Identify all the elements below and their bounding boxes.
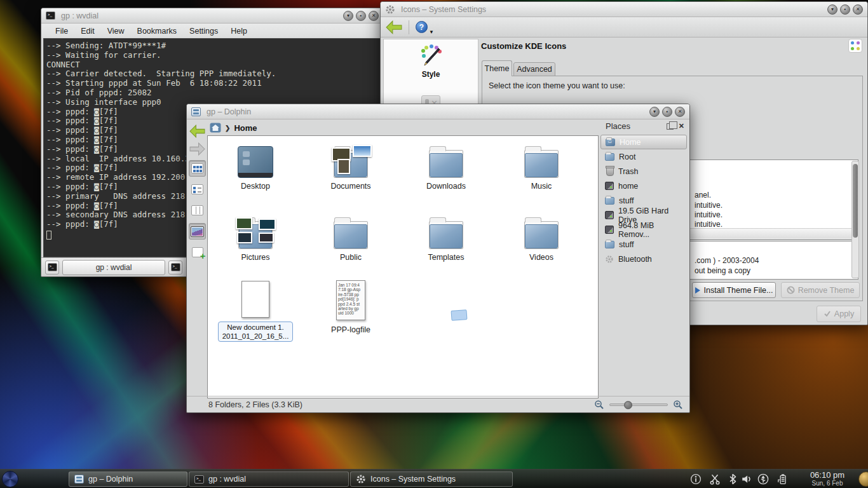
terminal-line: --> Sending: ATDT*99***1# (46, 41, 378, 51)
logfile-preview-line: pd[1946]: p (338, 297, 363, 301)
details-view-button[interactable] (189, 181, 206, 198)
folder-icon (429, 221, 463, 249)
columns-view-button[interactable] (189, 202, 206, 219)
notifications-icon[interactable] (690, 473, 702, 485)
clipboard-scissors-icon[interactable] (709, 473, 721, 485)
folder-item-documents[interactable]: Documents (306, 140, 395, 191)
file-item-new-document[interactable]: New document 1. 2011_01_20_16_5... (211, 277, 300, 342)
battery-icon[interactable] (776, 473, 788, 485)
place-item-home[interactable]: Home (600, 135, 687, 149)
folder-item-videos[interactable]: Videos (497, 211, 586, 262)
apply-button[interactable]: Apply (817, 306, 861, 322)
place-item-bluetooth[interactable]: Bluetooth (600, 252, 687, 266)
bluetooth-icon[interactable] (727, 473, 738, 485)
breadcrumb-home[interactable]: Home (234, 123, 257, 133)
maximize-button[interactable] (662, 107, 672, 117)
dolphin-statusbar: 8 Folders, 2 Files (3.3 KiB) (187, 396, 689, 412)
menu-settings[interactable]: Settings (183, 25, 224, 37)
close-panel-icon[interactable]: ✕ (679, 122, 684, 130)
task-label: Icons – System Settings (370, 475, 456, 484)
settings-titlebar[interactable]: Icons – System Settings (381, 2, 867, 17)
gear-icon (356, 474, 366, 484)
folder-label: Public (306, 253, 395, 262)
task-system-settings[interactable]: Icons – System Settings (350, 471, 513, 487)
place-item-removable[interactable]: 964.8 MiB Remov... (600, 222, 687, 237)
zoom-in-icon[interactable] (673, 400, 683, 410)
place-item-home-partition[interactable]: home (600, 179, 687, 193)
sidebar-item-style[interactable]: Style (384, 44, 478, 79)
no-entry-icon (787, 286, 795, 294)
back-button[interactable] (189, 125, 205, 138)
home-icon[interactable] (210, 123, 221, 133)
clock[interactable]: 06:10 pm Sun, 6 Feb (799, 470, 855, 487)
volume-icon[interactable] (741, 473, 752, 485)
terminal-titlebar[interactable]: gp : wvdial (41, 8, 383, 24)
help-icon[interactable] (416, 21, 428, 33)
close-button[interactable] (675, 107, 685, 117)
maximize-button[interactable] (356, 11, 366, 21)
task-dolphin[interactable]: gp – Dolphin (69, 471, 187, 487)
folder-item-music[interactable]: Music (497, 140, 586, 191)
menu-bookmarks[interactable]: Bookmarks (131, 25, 184, 37)
scrollbar-thumb[interactable] (853, 164, 858, 238)
new-tab-button[interactable] (45, 261, 59, 274)
panel-toolbox-icon[interactable] (858, 471, 868, 487)
minimize-button[interactable] (827, 4, 837, 15)
style-palette-icon (418, 44, 444, 67)
folder-item-desktop[interactable]: Desktop (211, 140, 300, 191)
terminal-tab[interactable]: gp : wvdial (62, 260, 165, 275)
minimize-button[interactable] (343, 11, 353, 21)
theme-list-fragment: intuitive. (695, 210, 722, 219)
zoom-slider[interactable] (609, 403, 668, 406)
theme-list-scrollbar[interactable] (851, 161, 859, 278)
terminal-line: CONNECT (46, 60, 378, 70)
menu-help[interactable]: Help (224, 25, 254, 37)
close-tab-button[interactable] (168, 261, 182, 274)
tab-advanced[interactable]: Advanced (513, 62, 555, 76)
app-launcher-icon[interactable] (2, 471, 18, 487)
zoom-out-icon[interactable] (594, 400, 604, 410)
minimize-button[interactable] (649, 107, 660, 117)
back-button[interactable] (386, 20, 402, 34)
close-button[interactable] (369, 11, 379, 21)
task-terminal[interactable]: gp : wvdial (189, 471, 349, 487)
chevron-down-icon[interactable]: ▼ (429, 29, 434, 35)
place-label: Bluetooth (618, 255, 652, 264)
folder-item-pictures[interactable]: Pictures (211, 211, 300, 262)
menu-edit[interactable]: Edit (74, 25, 101, 37)
place-label: Trash (618, 167, 639, 176)
detach-panel-icon[interactable] (667, 123, 674, 130)
device-notifier-icon[interactable] (757, 473, 769, 485)
file-label-line: New document 1. (219, 323, 292, 332)
dolphin-titlebar[interactable]: gp – Dolphin (187, 104, 689, 119)
split-view-button[interactable] (189, 244, 206, 261)
close-button[interactable] (853, 4, 863, 15)
maximize-button[interactable] (840, 4, 850, 15)
terminal-line: --> Pid of pppd: 25082 (46, 88, 378, 98)
folder-item-downloads[interactable]: Downloads (402, 140, 491, 191)
menu-file[interactable]: File (49, 25, 74, 37)
preview-icon (191, 226, 204, 237)
icons-view-icon (191, 163, 203, 173)
file-item-ppp-logfile[interactable]: Jan 17 09:4 7:18 gp-Asp ire-5738 pp pd[1… (306, 277, 395, 334)
folder-icon (524, 221, 559, 249)
theme-list-fragment: intuitive. (695, 201, 722, 210)
folder-view[interactable]: Desktop Documents Downloads Music (207, 135, 599, 398)
forward-button[interactable] (189, 142, 205, 156)
preview-toggle-button[interactable] (189, 223, 206, 240)
menu-view[interactable]: View (101, 25, 131, 37)
folder-item-templates[interactable]: Templates (402, 211, 491, 262)
icons-view-button[interactable] (189, 160, 206, 177)
place-item-stuff-2[interactable]: stuff (600, 237, 687, 252)
folder-item-public[interactable]: Public (306, 211, 395, 262)
place-item-root[interactable]: Root (600, 149, 687, 164)
trash-icon (606, 167, 614, 176)
zoom-slider-handle[interactable] (624, 401, 632, 409)
install-theme-button[interactable]: Install Theme File... (692, 282, 776, 298)
tab-theme[interactable]: Theme (482, 60, 512, 76)
drag-ghost (451, 309, 467, 321)
terminal-menubar: File Edit View Bookmarks Settings Help (41, 24, 383, 38)
remove-theme-button[interactable]: Remove Theme (781, 282, 860, 298)
hard-drive-icon (605, 182, 614, 190)
place-item-trash[interactable]: Trash (600, 164, 687, 179)
